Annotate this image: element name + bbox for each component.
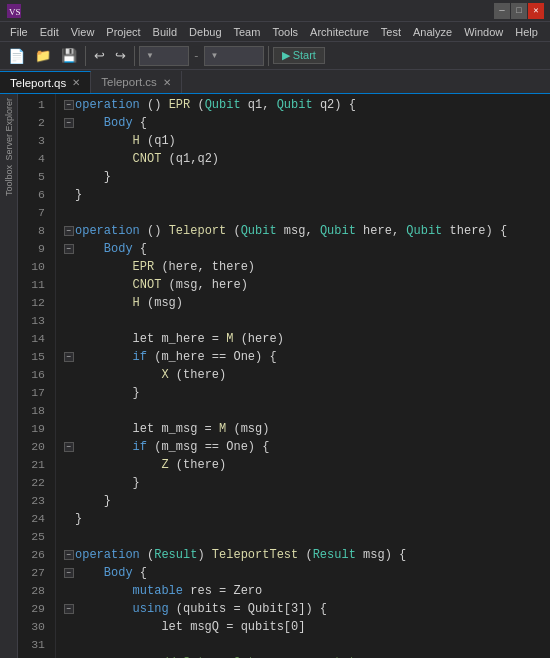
collapse-icon-line-15[interactable]: − (64, 352, 74, 362)
start-button[interactable]: ▶ Start (273, 47, 325, 64)
token: CNOT (133, 150, 162, 168)
collapse-icon-line-8[interactable]: − (64, 226, 74, 236)
code-line-24: } (64, 510, 550, 528)
minimize-button[interactable]: ─ (494, 3, 510, 19)
line-number-1: 1 (18, 96, 51, 114)
collapse-icon-line-1[interactable]: − (64, 100, 74, 110)
token (75, 348, 133, 366)
token (75, 366, 161, 384)
token: (there) (169, 456, 227, 474)
token: Result (154, 546, 197, 564)
platform-dropdown[interactable]: ▼ (204, 46, 264, 66)
tab-teleport-qs-close[interactable]: ✕ (72, 77, 80, 88)
maximize-button[interactable]: □ (511, 3, 527, 19)
line-number-26: 26 (18, 546, 51, 564)
token: ( (140, 546, 154, 564)
menu-project[interactable]: Project (100, 22, 146, 41)
toolbar: 📄 📁 💾 ↩ ↪ ▼ - ▼ ▶ Start (0, 42, 550, 70)
toolbar-redo[interactable]: ↪ (111, 46, 130, 65)
code-line-28: mutable res = Zero (64, 582, 550, 600)
collapse-icon-line-9[interactable]: − (64, 244, 74, 254)
line-number-30: 30 (18, 618, 51, 636)
line-number-3: 3 (18, 132, 51, 150)
menu-architecture[interactable]: Architecture (304, 22, 375, 41)
menu-test[interactable]: Test (375, 22, 407, 41)
token: q2) { (313, 96, 356, 114)
tab-bar: Teleport.qs ✕ Teleport.cs ✕ (0, 70, 550, 94)
line-number-21: 21 (18, 456, 51, 474)
menu-edit[interactable]: Edit (34, 22, 65, 41)
menu-team[interactable]: Team (228, 22, 267, 41)
code-line-27: − Body { (64, 564, 550, 582)
token (75, 132, 133, 150)
debug-config-arrow: ▼ (146, 51, 154, 60)
code-line-21: Z (there) (64, 456, 550, 474)
token: (m_here == One) { (147, 348, 277, 366)
token: M (226, 330, 233, 348)
token: // Set msgQ to message state (161, 654, 363, 658)
token: there) { (442, 222, 507, 240)
token: TeleportTest (212, 546, 298, 564)
token: Body (104, 114, 133, 132)
code-content[interactable]: −operation () EPR (Qubit q1, Qubit q2) {… (56, 94, 550, 658)
token: { (133, 240, 147, 258)
token: Result (313, 546, 356, 564)
tab-teleport-cs-close[interactable]: ✕ (163, 77, 171, 88)
menu-file[interactable]: File (4, 22, 34, 41)
platform-arrow: ▼ (211, 51, 219, 60)
toolbar-save[interactable]: 💾 (57, 46, 81, 65)
menu-bar: File Edit View Project Build Debug Team … (0, 22, 550, 42)
collapse-icon-line-2[interactable]: − (64, 118, 74, 128)
token: Body (104, 564, 133, 582)
code-line-9: − Body { (64, 240, 550, 258)
app-icon: VS (6, 3, 22, 19)
menu-analyze[interactable]: Analyze (407, 22, 458, 41)
collapse-icon-line-26[interactable]: − (64, 550, 74, 560)
menu-debug[interactable]: Debug (183, 22, 227, 41)
token: msg) { (356, 546, 406, 564)
token: (m_msg == One) { (147, 438, 269, 456)
menu-view[interactable]: View (65, 22, 101, 41)
token: (here) (233, 330, 283, 348)
line-number-32: 32 (18, 654, 51, 658)
tab-teleport-qs[interactable]: Teleport.qs ✕ (0, 71, 91, 93)
token: } (75, 168, 111, 186)
collapse-icon-line-29[interactable]: − (64, 604, 74, 614)
toolbar-undo[interactable]: ↩ (90, 46, 109, 65)
token: (msg) (226, 420, 269, 438)
toolbox-strip[interactable]: Toolbox (4, 165, 14, 196)
code-line-16: X (there) (64, 366, 550, 384)
line-number-29: 29 (18, 600, 51, 618)
menu-build[interactable]: Build (147, 22, 183, 41)
debug-config-dropdown[interactable]: ▼ (139, 46, 189, 66)
token: Body (104, 240, 133, 258)
code-line-10: EPR (here, there) (64, 258, 550, 276)
token: operation (75, 96, 140, 114)
close-button[interactable]: ✕ (528, 3, 544, 19)
line-numbers: 1234567891011121314151617181920212223242… (18, 94, 56, 658)
menu-window[interactable]: Window (458, 22, 509, 41)
tab-teleport-cs[interactable]: Teleport.cs ✕ (91, 71, 182, 93)
toolbar-open[interactable]: 📁 (31, 46, 55, 65)
collapse-icon-line-20[interactable]: − (64, 442, 74, 452)
token: ( (298, 546, 312, 564)
toolbar-new[interactable]: 📄 (4, 46, 29, 66)
token: (msg) (140, 294, 183, 312)
server-explorer-strip[interactable]: Server Explorer (4, 98, 14, 161)
line-number-11: 11 (18, 276, 51, 294)
code-line-30: let msgQ = qubits[0] (64, 618, 550, 636)
line-number-9: 9 (18, 240, 51, 258)
token (75, 582, 133, 600)
code-line-22: } (64, 474, 550, 492)
menu-help[interactable]: Help (509, 22, 544, 41)
token: () (140, 96, 169, 114)
token (75, 600, 133, 618)
token: } (75, 474, 140, 492)
token: q1, (241, 96, 277, 114)
token: (qubits = Qubit[3]) { (169, 600, 327, 618)
collapse-icon-line-27[interactable]: − (64, 568, 74, 578)
line-number-19: 19 (18, 420, 51, 438)
code-line-14: let m_here = M (here) (64, 330, 550, 348)
line-number-23: 23 (18, 492, 51, 510)
menu-tools[interactable]: Tools (266, 22, 304, 41)
